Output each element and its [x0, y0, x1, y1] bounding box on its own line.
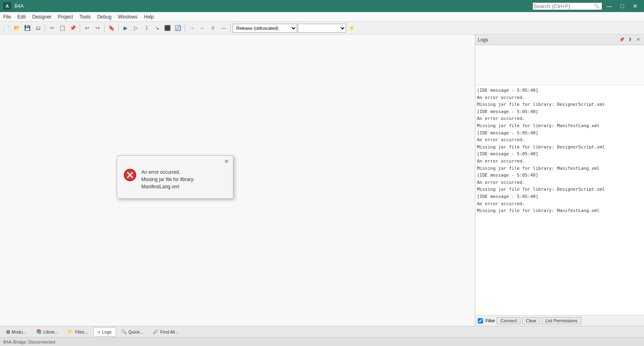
- log-message-line: An error occurred.: [477, 158, 642, 165]
- toolbar-undo[interactable]: ↩: [82, 23, 92, 33]
- error-line1: An error occurred.: [141, 169, 195, 176]
- search-container: 🔍: [533, 2, 602, 10]
- main-content: ✕ An error occurred. Missing jar file fo…: [0, 35, 644, 326]
- status-text: B4A-Bridge: Disconnected: [3, 340, 55, 344]
- toolbar-refresh[interactable]: 🔄: [173, 23, 183, 33]
- toolbar-unindent[interactable]: ←: [198, 23, 207, 33]
- toolbar-copy[interactable]: 📋: [58, 23, 67, 33]
- search-input[interactable]: [533, 2, 602, 10]
- toolbar-separator-5: [185, 24, 185, 32]
- quicksearch-tab-label: Quick...: [128, 330, 143, 334]
- toolbar-extra[interactable]: ⚡: [347, 23, 357, 33]
- tab-findall[interactable]: 🔎 Find All...: [149, 327, 183, 336]
- toolbar-open[interactable]: 📂: [12, 23, 22, 33]
- log-message-line: [IDE message - 5:05:40]: [477, 87, 642, 94]
- logs-tab-icon: ≡: [98, 330, 100, 334]
- toolbar-uncomment[interactable]: —: [219, 23, 228, 33]
- logs-header: Logs 📌 ⬆ ✕: [475, 35, 644, 45]
- menu-project[interactable]: Project: [55, 12, 76, 21]
- error-line2: Missing jar file for library:: [141, 176, 195, 183]
- toolbar-new[interactable]: 📄: [2, 23, 11, 33]
- toolbar-save-all[interactable]: 🗂: [33, 23, 43, 33]
- toolbar-paste[interactable]: 📌: [68, 23, 78, 33]
- toolbar-comment[interactable]: //: [208, 23, 218, 33]
- toolbar-stop[interactable]: ⬛: [163, 23, 172, 33]
- findall-icon: 🔎: [153, 329, 159, 334]
- toolbar-separator-6: [230, 24, 231, 32]
- toolbar-run[interactable]: ▶: [121, 23, 130, 33]
- toolbar-step-over[interactable]: ⤵: [142, 23, 151, 33]
- menu-designer[interactable]: Designer: [29, 12, 55, 21]
- logs-tab-label: Logs: [102, 330, 111, 334]
- modules-icon: ▦: [6, 329, 10, 334]
- modules-tab-label: Modu...: [12, 330, 27, 334]
- filter-checkbox[interactable]: [478, 318, 483, 323]
- filter-text: Filter: [485, 318, 495, 323]
- logs-close-button[interactable]: ✕: [634, 36, 642, 43]
- log-message-line: An error occurred.: [477, 136, 642, 144]
- toolbar-debug-run[interactable]: ▷: [131, 23, 141, 33]
- log-message-line: [IDE message - 5:05:40]: [477, 130, 642, 137]
- findall-tab-label: Find All...: [160, 330, 178, 334]
- toolbar-step-into[interactable]: ↘: [152, 23, 162, 33]
- logs-panel: Logs 📌 ⬆ ✕ [IDE message - 5:05:40]An err…: [475, 35, 644, 326]
- search-icon: 🔍: [594, 3, 600, 9]
- toolbar-separator-3: [104, 24, 105, 32]
- minimize-button[interactable]: —: [604, 1, 615, 11]
- menu-bar: File Edit Designer Project Tools Debug W…: [0, 12, 644, 22]
- log-message-line: Missing jar file for library: DesignerSc…: [477, 144, 642, 151]
- files-icon: 📁: [68, 329, 73, 334]
- error-icon: [124, 169, 136, 181]
- toolbar-separator-2: [80, 24, 80, 32]
- maximize-button[interactable]: □: [617, 1, 628, 11]
- error-line3: ManifestLang.xml: [141, 183, 195, 190]
- log-message-line: An error occurred.: [477, 115, 642, 122]
- menu-file[interactable]: File: [0, 12, 14, 21]
- logs-float-button[interactable]: ⬆: [626, 36, 634, 43]
- log-message-line: [IDE message - 5:05:40]: [477, 193, 642, 200]
- filter-label[interactable]: Filter: [478, 318, 495, 323]
- menu-debug[interactable]: Debug: [94, 12, 114, 21]
- connect-button[interactable]: Connect: [497, 317, 520, 324]
- logs-title: Logs: [478, 37, 488, 43]
- log-message-line: [IDE message - 5:05:40]: [477, 172, 642, 179]
- error-dialog: ✕ An error occurred. Missing jar file fo…: [117, 155, 233, 199]
- files-tab-label: Files...: [75, 330, 88, 334]
- tab-modules[interactable]: ▦ Modu...: [2, 327, 31, 336]
- menu-help[interactable]: Help: [141, 12, 157, 21]
- menu-windows[interactable]: Windows: [115, 12, 141, 21]
- title-bar-controls: 🔍 — □ ✕: [533, 1, 641, 11]
- tab-quicksearch[interactable]: 🔍 Quick...: [117, 327, 148, 336]
- close-button[interactable]: ✕: [630, 1, 641, 11]
- log-message-line: An error occurred.: [477, 94, 642, 101]
- logs-pin-button[interactable]: 📌: [618, 36, 625, 43]
- log-message-line: Missing jar file for library: ManifestLa…: [477, 165, 642, 172]
- toolbar-cut[interactable]: ✂: [47, 23, 57, 33]
- build-config-dropdown[interactable]: Release (obfuscated) Debug Release: [233, 24, 297, 33]
- log-message-line: Missing jar file for library: ManifestLa…: [477, 122, 642, 130]
- log-message-line: Missing jar file for library: DesignerSc…: [477, 101, 642, 108]
- error-close-button[interactable]: ✕: [223, 157, 231, 165]
- logs-footer: Filter Connect Clear List Permissions: [475, 315, 644, 326]
- tab-libraries[interactable]: 📚 Librar...: [32, 327, 63, 336]
- status-bar: B4A-Bridge: Disconnected: [0, 337, 644, 346]
- libraries-icon: 📚: [36, 329, 42, 334]
- menu-tools[interactable]: Tools: [76, 12, 94, 21]
- log-message-line: Missing jar file for library: DesignerSc…: [477, 186, 642, 193]
- title-bar: A B4A 🔍 — □ ✕: [0, 0, 644, 12]
- toolbar-bookmark[interactable]: 🔖: [107, 23, 116, 33]
- menu-edit[interactable]: Edit: [14, 12, 29, 21]
- toolbar-separator-1: [45, 24, 45, 32]
- toolbar-save[interactable]: 💾: [23, 23, 32, 33]
- logs-messages-area[interactable]: [IDE message - 5:05:40]An error occurred…: [475, 85, 644, 315]
- list-permissions-button[interactable]: List Permissions: [542, 317, 581, 324]
- tab-logs[interactable]: ≡ Logs: [93, 327, 116, 336]
- title-bar-title: B4A: [14, 3, 24, 9]
- log-message-line: Missing jar file for library: ManifestLa…: [477, 207, 642, 214]
- tab-files[interactable]: 📁 Files...: [63, 327, 92, 336]
- platform-dropdown[interactable]: [298, 24, 346, 33]
- log-message-line: An error occurred.: [477, 179, 642, 186]
- toolbar-redo[interactable]: ↪: [93, 23, 102, 33]
- toolbar-indent[interactable]: →: [187, 23, 197, 33]
- clear-button[interactable]: Clear: [522, 317, 540, 324]
